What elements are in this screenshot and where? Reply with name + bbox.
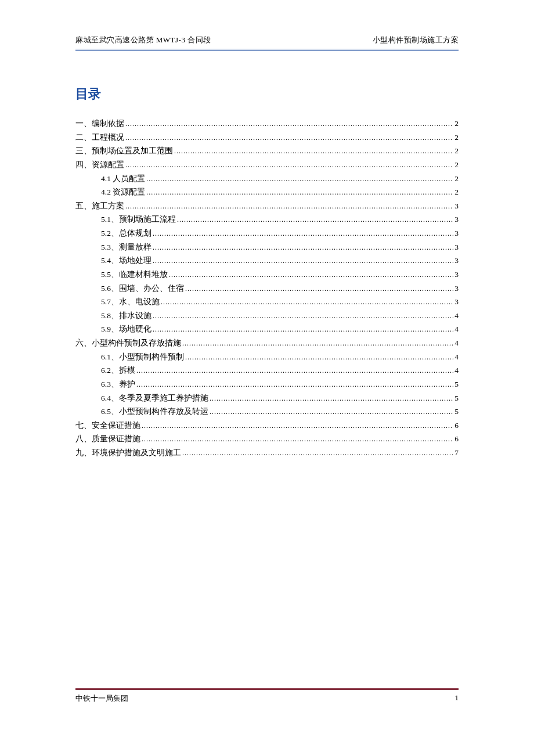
toc-leader-dots	[153, 309, 453, 323]
toc-entry-label: 5.8、排水设施	[101, 309, 151, 323]
toc-leader-dots	[125, 199, 453, 213]
toc-leader-dots	[142, 419, 453, 433]
toc-entry-label: 5.9、场地硬化	[101, 322, 151, 336]
toc-entry-page: 3	[454, 226, 459, 240]
toc-entry-label: 5.5、临建材料堆放	[101, 268, 168, 282]
header-right-text: 小型构件预制场施工方案	[373, 35, 459, 45]
toc-entry-label: 5.3、测量放样	[101, 240, 151, 254]
toc-entry[interactable]: 一、编制依据2	[75, 117, 459, 131]
toc-entry[interactable]: 5.6、围墙、办公、住宿3	[75, 282, 459, 296]
toc-leader-dots	[169, 268, 453, 282]
page-content: 麻城至武穴高速公路第 MWTJ-3 合同段 小型构件预制场施工方案 目录 一、编…	[0, 0, 534, 460]
toc-list: 一、编制依据2二、工程概况2三、预制场位置及加工范围2四、资源配置24.1 人员…	[75, 117, 459, 460]
toc-leader-dots	[210, 391, 453, 405]
toc-heading: 目录	[75, 85, 459, 103]
toc-entry-page: 2	[454, 185, 459, 199]
toc-entry[interactable]: 五、施工方案3	[75, 199, 459, 213]
toc-entry-page: 2	[454, 172, 459, 186]
page-number: 1	[455, 693, 459, 704]
toc-leader-dots	[210, 405, 453, 419]
toc-leader-dots	[174, 144, 453, 158]
toc-entry-label: 九、环境保护措施及文明施工	[75, 446, 181, 460]
toc-entry[interactable]: 七、安全保证措施6	[75, 419, 459, 433]
toc-entry-page: 5	[454, 405, 459, 419]
toc-leader-dots	[136, 363, 453, 377]
toc-entry[interactable]: 二、工程概况2	[75, 131, 459, 145]
toc-leader-dots	[146, 172, 453, 186]
toc-leader-dots	[161, 295, 453, 309]
toc-entry-label: 6.1、小型预制构件预制	[101, 350, 184, 364]
toc-entry-label: 6.5、小型预制构件存放及转运	[101, 405, 208, 419]
toc-entry-page: 3	[454, 199, 459, 213]
toc-entry[interactable]: 5.3、测量放样3	[75, 240, 459, 254]
toc-entry-page: 2	[454, 131, 459, 145]
toc-entry-page: 4	[454, 350, 459, 364]
toc-leader-dots	[146, 185, 453, 199]
toc-leader-dots	[182, 446, 453, 460]
toc-entry-page: 6	[454, 419, 459, 433]
toc-entry[interactable]: 5.4、场地处理3	[75, 254, 459, 268]
header-left-text: 麻城至武穴高速公路第 MWTJ-3 合同段	[75, 35, 211, 45]
toc-entry-label: 七、安全保证措施	[75, 419, 140, 433]
toc-leader-dots	[125, 131, 453, 145]
toc-leader-dots	[125, 117, 453, 131]
toc-leader-dots	[185, 282, 453, 296]
toc-leader-dots	[142, 432, 453, 446]
toc-entry-page: 4	[454, 363, 459, 377]
toc-entry-label: 4.2 资源配置	[101, 185, 145, 199]
footer-bar: 中铁十一局集团 1	[75, 688, 459, 704]
toc-entry[interactable]: 九、环境保护措施及文明施工7	[75, 446, 459, 460]
toc-entry[interactable]: 6.2、拆模4	[75, 363, 459, 377]
toc-entry[interactable]: 6.4、冬季及夏季施工养护措施5	[75, 391, 459, 405]
toc-leader-dots	[153, 240, 453, 254]
toc-entry-page: 6	[454, 432, 459, 446]
toc-entry-label: 5.6、围墙、办公、住宿	[101, 282, 184, 296]
toc-entry[interactable]: 5.9、场地硬化4	[75, 322, 459, 336]
toc-entry[interactable]: 四、资源配置2	[75, 158, 459, 172]
toc-entry-label: 5.4、场地处理	[101, 254, 151, 268]
toc-leader-dots	[185, 350, 453, 364]
toc-entry[interactable]: 5.8、排水设施4	[75, 309, 459, 323]
toc-entry[interactable]: 6.5、小型预制构件存放及转运5	[75, 405, 459, 419]
toc-entry[interactable]: 5.2、总体规划3	[75, 226, 459, 240]
toc-entry-label: 二、工程概况	[75, 131, 124, 145]
toc-entry-label: 5.2、总体规划	[101, 226, 151, 240]
toc-entry-page: 2	[454, 117, 459, 131]
toc-entry[interactable]: 六、小型构件预制及存放措施4	[75, 336, 459, 350]
toc-entry[interactable]: 5.7、水、电设施3	[75, 295, 459, 309]
toc-leader-dots	[153, 322, 453, 336]
toc-entry-label: 八、质量保证措施	[75, 432, 140, 446]
toc-entry[interactable]: 6.1、小型预制构件预制4	[75, 350, 459, 364]
toc-entry[interactable]: 4.2 资源配置2	[75, 185, 459, 199]
toc-entry-label: 6.4、冬季及夏季施工养护措施	[101, 391, 208, 405]
toc-entry-page: 3	[454, 268, 459, 282]
toc-entry[interactable]: 6.3、养护5	[75, 377, 459, 391]
toc-entry-label: 6.3、养护	[101, 377, 135, 391]
toc-entry-label: 5.1、预制场施工流程	[101, 213, 176, 226]
footer-left-text: 中铁十一局集团	[75, 693, 128, 704]
toc-entry[interactable]: 5.5、临建材料堆放3	[75, 268, 459, 282]
toc-entry-label: 三、预制场位置及加工范围	[75, 144, 173, 158]
toc-entry[interactable]: 八、质量保证措施6	[75, 432, 459, 446]
toc-leader-dots	[153, 226, 453, 240]
toc-leader-dots	[125, 158, 453, 172]
toc-entry-page: 2	[454, 158, 459, 172]
toc-entry-page: 3	[454, 282, 459, 296]
toc-entry-page: 3	[454, 213, 459, 226]
toc-entry-page: 4	[454, 309, 459, 323]
toc-entry-label: 五、施工方案	[75, 199, 124, 213]
toc-entry[interactable]: 三、预制场位置及加工范围2	[75, 144, 459, 158]
toc-leader-dots	[136, 377, 453, 391]
toc-entry[interactable]: 5.1、预制场施工流程3	[75, 213, 459, 226]
toc-entry-page: 3	[454, 240, 459, 254]
toc-entry-label: 4.1 人员配置	[101, 172, 145, 186]
toc-entry-label: 5.7、水、电设施	[101, 295, 160, 309]
toc-entry[interactable]: 4.1 人员配置2	[75, 172, 459, 186]
toc-entry-page: 5	[454, 391, 459, 405]
page-header: 麻城至武穴高速公路第 MWTJ-3 合同段 小型构件预制场施工方案	[75, 35, 459, 51]
toc-leader-dots	[182, 336, 453, 350]
toc-entry-page: 2	[454, 144, 459, 158]
toc-entry-page: 7	[454, 446, 459, 460]
toc-entry-label: 四、资源配置	[75, 158, 124, 172]
toc-entry-page: 3	[454, 254, 459, 268]
